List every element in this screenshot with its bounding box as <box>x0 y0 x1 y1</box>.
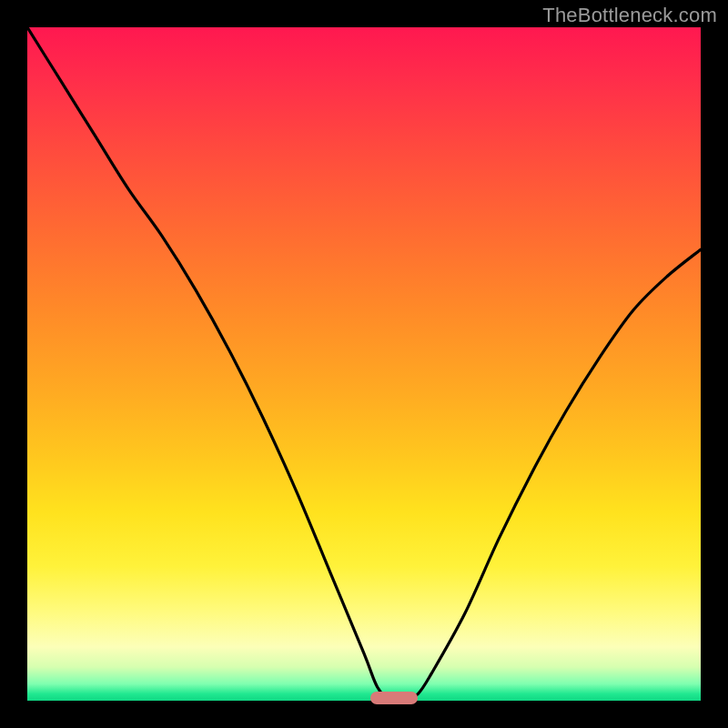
watermark-text: TheBottleneck.com <box>542 4 717 27</box>
curve-path <box>27 27 701 701</box>
plot-area <box>27 27 701 701</box>
chart-frame: TheBottleneck.com <box>0 0 728 728</box>
optimal-range-marker <box>370 692 418 704</box>
bottleneck-curve <box>27 27 701 701</box>
